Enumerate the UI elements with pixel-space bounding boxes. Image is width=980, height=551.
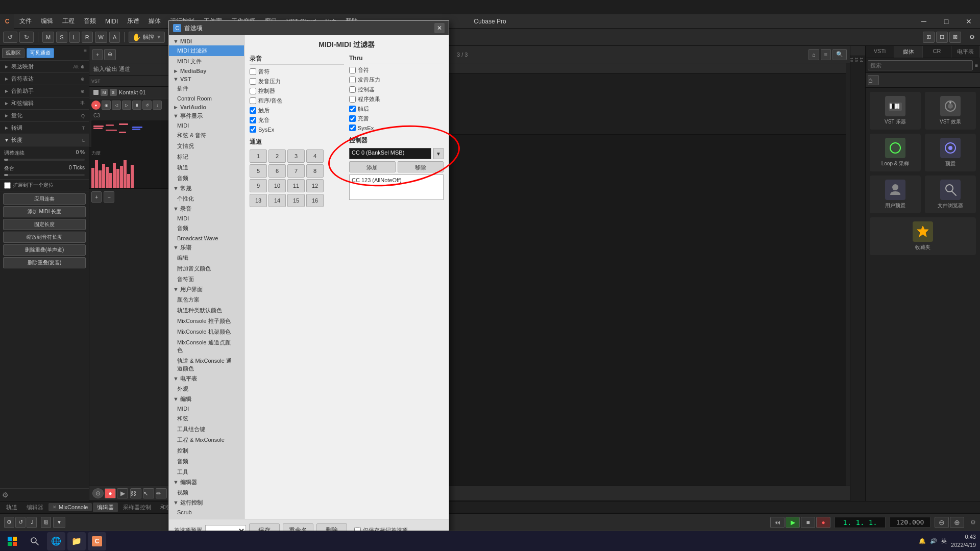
personalize-item[interactable]: 个性化: [169, 193, 244, 204]
loop-sample-item[interactable]: Loop & 采样: [870, 134, 921, 171]
editor-tab[interactable]: 编辑器: [22, 503, 47, 512]
delete-overlap-poly-btn[interactable]: 删除重叠(复音): [3, 257, 86, 268]
ch-btn-10[interactable]: 10: [268, 179, 286, 192]
search-options-btn[interactable]: ≡: [975, 63, 978, 68]
speaker-btn[interactable]: ▶: [117, 488, 128, 498]
gear-icon[interactable]: ⚙: [967, 33, 977, 42]
text-item[interactable]: 文情况: [169, 141, 244, 152]
maximize-button[interactable]: □: [935, 14, 958, 29]
w-btn[interactable]: W: [95, 32, 107, 43]
track-m-btn[interactable]: M: [101, 89, 108, 96]
control-room-item[interactable]: Control Room: [169, 94, 244, 103]
ch-btn-4[interactable]: 4: [306, 149, 324, 163]
prog-change-checkbox[interactable]: [250, 97, 256, 104]
track-search-btn[interactable]: 🔍: [832, 49, 847, 60]
ch-btn-13[interactable]: 13: [250, 194, 267, 207]
thru-sysex-checkbox[interactable]: [349, 124, 356, 131]
ch-btn-5[interactable]: 5: [250, 164, 267, 178]
thru-ctrl-checkbox[interactable]: [349, 86, 356, 93]
explorer-app[interactable]: 📁: [67, 532, 86, 550]
scrub-item[interactable]: Scrub: [169, 508, 244, 517]
video-item[interactable]: 视频: [169, 487, 244, 498]
editor-tab-2[interactable]: 编辑器: [93, 503, 118, 512]
edit-chord-item[interactable]: 和弦: [169, 413, 244, 424]
menu-project[interactable]: 工程: [58, 15, 79, 28]
menu-edit[interactable]: 编辑: [37, 15, 57, 28]
expand-label[interactable]: 扩展到下一个定位: [4, 182, 85, 189]
track-item[interactable]: 轨道: [169, 162, 244, 173]
repeat-slider-track[interactable]: [4, 174, 85, 176]
presets-item[interactable]: 预置: [925, 134, 976, 171]
add-track-btn[interactable]: +: [92, 49, 103, 60]
read-btn[interactable]: ◁: [112, 101, 121, 110]
audio-item[interactable]: 音频: [169, 173, 244, 184]
apply-legato-btn[interactable]: 应用连奏: [3, 193, 86, 205]
play-transport-btn[interactable]: ▶: [786, 517, 800, 528]
visible-channel-tab[interactable]: 可见通道: [27, 48, 54, 58]
panel-options-icon[interactable]: ≡: [84, 48, 87, 58]
bottom-settings-icon[interactable]: ⚙: [970, 519, 976, 526]
touch-control[interactable]: ✋ 触控 ▼: [129, 32, 165, 43]
remove-track-btn[interactable]: −: [104, 191, 114, 203]
add-midi-length-btn[interactable]: 添加 MIDI 长度: [3, 206, 86, 217]
track-type-btn[interactable]: ⊕: [104, 49, 116, 60]
track-home-btn[interactable]: ⌂: [808, 49, 819, 60]
mixconsole-tab-active[interactable]: ✕ MixConsole: [48, 503, 92, 511]
ch-btn-7[interactable]: 7: [287, 164, 305, 178]
zoom-to-note-btn[interactable]: 缩放到音符长度: [3, 232, 86, 243]
close-button[interactable]: ✕: [958, 14, 980, 29]
level-meter-tab[interactable]: 电平表: [951, 46, 980, 58]
ch-btn-8[interactable]: 8: [306, 164, 324, 178]
redo-btn[interactable]: ↻: [19, 32, 34, 43]
vst-effects-item[interactable]: VST 效果: [925, 92, 976, 130]
cubase-taskbar-app[interactable]: C: [88, 532, 106, 550]
stop-transport-btn[interactable]: ■: [801, 517, 815, 528]
ch-btn-15[interactable]: 15: [287, 194, 305, 207]
color-scheme-item[interactable]: 颜色方案: [169, 294, 244, 305]
cr-tab[interactable]: CR: [923, 46, 951, 58]
minimize-button[interactable]: ─: [913, 14, 935, 29]
record-mini-btn[interactable]: ●: [105, 488, 116, 498]
appearance-item[interactable]: 外观: [169, 384, 244, 394]
prev-btn[interactable]: ⏮: [770, 517, 785, 528]
mixconsole-ch-item[interactable]: MixConsole 通道点颜色: [169, 337, 244, 356]
expand-checkbox[interactable]: [4, 182, 11, 189]
media-tab[interactable]: 媒体: [894, 46, 923, 58]
controller-dropdown-btn[interactable]: ▼: [433, 148, 444, 159]
length-section[interactable]: ▼ 长度 L: [0, 134, 89, 146]
project-mixconsole-item[interactable]: 工程 & MixConsole: [169, 435, 244, 445]
chord-edit-section[interactable]: ► 和弦编辑 丰: [0, 97, 89, 110]
tracks-tab[interactable]: 轨道: [2, 503, 21, 512]
layout-btn-2[interactable]: ⊟: [936, 32, 948, 43]
file-browser-item[interactable]: 文件浏览器: [925, 176, 976, 213]
controller-checkbox[interactable]: [250, 88, 256, 94]
vol-up-btn[interactable]: ⊕: [950, 517, 964, 528]
thru-at-checkbox[interactable]: [349, 77, 356, 83]
ch-btn-12[interactable]: 12: [306, 179, 324, 192]
select-tool[interactable]: ↖: [143, 488, 154, 498]
s-btn[interactable]: S: [56, 32, 67, 43]
controller-select[interactable]: CC 0 (BankSel MSB): [349, 148, 431, 159]
m-btn[interactable]: M: [42, 32, 54, 43]
thru-pitch-checkbox[interactable]: [349, 115, 356, 122]
pitch-checkbox[interactable]: [250, 117, 256, 123]
sampler-tab[interactable]: 采样器控制: [119, 503, 155, 512]
remove-controller-btn[interactable]: 移除: [398, 161, 444, 172]
auto-scroll-btn[interactable]: ⊙: [92, 488, 104, 498]
vol-down-btn[interactable]: ⊖: [935, 517, 949, 528]
pause-btn[interactable]: ⏸: [132, 101, 141, 110]
sysex-checkbox[interactable]: [250, 126, 256, 133]
delete-overlap-mono-btn[interactable]: 删除重叠(单声道): [3, 244, 86, 256]
edit-midi-item[interactable]: MIDI: [169, 404, 244, 413]
thru-prog-checkbox[interactable]: [349, 96, 356, 103]
right-scrollbar[interactable]: [846, 63, 850, 486]
menu-audio[interactable]: 音频: [80, 15, 100, 28]
l-btn[interactable]: L: [69, 32, 80, 43]
chord-note-item[interactable]: 和弦 & 音符: [169, 130, 244, 141]
midi-filter-item[interactable]: MIDI 过滤器: [169, 45, 244, 56]
midi-event-item[interactable]: MIDI: [169, 121, 244, 130]
ch-btn-3[interactable]: 3: [287, 149, 305, 163]
zoom-slider-track[interactable]: [4, 159, 85, 161]
r-btn[interactable]: R: [82, 32, 93, 43]
expr-map-section[interactable]: ► 表达映射 Alt ⊕: [0, 61, 89, 73]
